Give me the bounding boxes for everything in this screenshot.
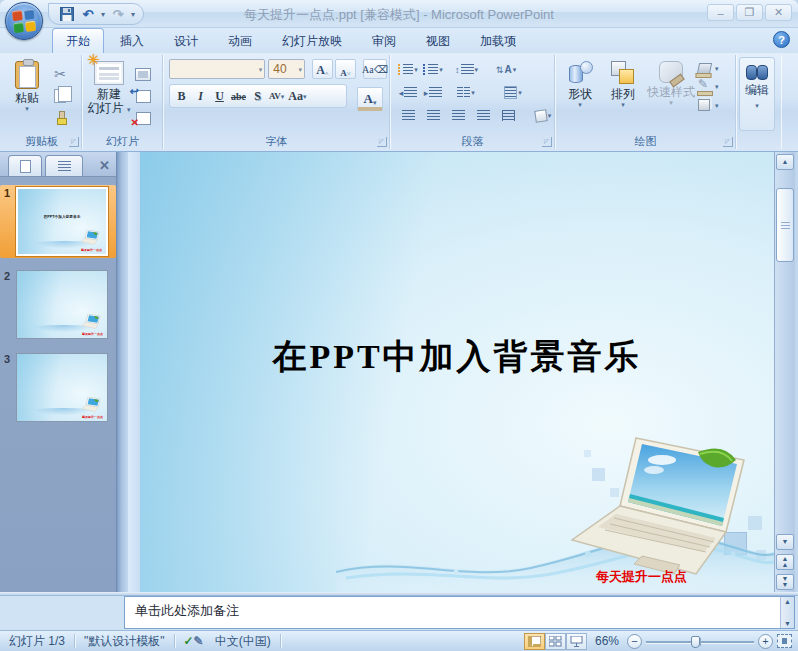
notes-placeholder[interactable]: 单击此处添加备注	[125, 597, 780, 628]
spellcheck-icon[interactable]: ✓✎	[175, 634, 213, 648]
normal-view-button[interactable]	[524, 633, 545, 650]
italic-button[interactable]: I	[191, 86, 210, 106]
fit-to-window-button[interactable]	[777, 634, 792, 648]
zoom-in-button[interactable]: +	[758, 634, 773, 649]
new-slide-button[interactable]: 新建 幻灯片 ▾	[85, 57, 133, 131]
arrange-button[interactable]: 排列 ▾	[602, 57, 644, 131]
font-name-combo[interactable]: ▾	[169, 59, 265, 79]
align-text-button[interactable]: ▾	[502, 83, 524, 102]
clear-formatting-button[interactable]: Aa⌫	[363, 59, 387, 79]
notes-pane[interactable]: 单击此处添加备注 ▲ ▼	[124, 596, 795, 629]
decrease-indent-button[interactable]: ◂	[397, 83, 419, 102]
numbering-button[interactable]: ▾	[422, 60, 444, 79]
grow-font-button[interactable]: A˄	[312, 59, 333, 79]
language-indicator[interactable]: 中文(中国)	[213, 633, 280, 650]
font-color-button[interactable]: A▾	[357, 87, 383, 111]
scroll-down-button[interactable]: ▼	[776, 534, 794, 550]
tab-view[interactable]: 视图	[412, 28, 464, 53]
tab-insert[interactable]: 插入	[106, 28, 158, 53]
quick-styles-button[interactable]: 快速样式 ▾	[644, 57, 698, 131]
increase-indent-button[interactable]: ▸	[422, 83, 444, 102]
character-spacing-button[interactable]: AV▾	[267, 86, 286, 106]
slide-delete-button[interactable]	[133, 109, 153, 128]
panel-close-icon[interactable]: ✕	[99, 158, 110, 173]
binoculars-icon	[746, 63, 768, 79]
thumbnail-panel-scrollbar[interactable]	[116, 152, 128, 592]
slide-layout-button[interactable]	[133, 65, 153, 84]
panel-splitter[interactable]	[128, 152, 140, 592]
format-painter-button[interactable]	[50, 109, 70, 128]
text-shadow-button[interactable]: S	[248, 86, 267, 106]
align-right-button[interactable]	[447, 106, 469, 125]
undo-button[interactable]: ↶	[80, 6, 96, 22]
slide-canvas[interactable]: 在PPT中加入背景音乐	[140, 152, 774, 592]
notes-scrollbar[interactable]: ▲ ▼	[780, 597, 794, 628]
office-button[interactable]	[5, 2, 43, 40]
bold-button[interactable]: B	[172, 86, 191, 106]
slide-thumbnail-1[interactable]: 1 在PPT中加入背景音乐 每天提升一点点	[0, 185, 116, 258]
save-button[interactable]	[59, 6, 75, 22]
smartart-button[interactable]: ▾	[532, 106, 554, 125]
shape-fill-button[interactable]: ▾	[698, 63, 719, 74]
bullets-button[interactable]: ▾	[397, 60, 419, 79]
slide-sorter-view-button[interactable]	[545, 633, 566, 650]
tab-design[interactable]: 设计	[160, 28, 212, 53]
shape-effects-button[interactable]: ▾	[698, 99, 719, 111]
change-case-button[interactable]: Aa▾	[286, 86, 308, 106]
tab-home[interactable]: 开始	[52, 28, 104, 53]
undo-dropdown-arrow-icon[interactable]: ▾	[101, 10, 105, 19]
maximize-button[interactable]: ❐	[736, 4, 763, 21]
help-button[interactable]: ?	[773, 31, 790, 48]
zoom-out-button[interactable]: −	[627, 634, 642, 649]
double-arrow-up-icon: ▲▲	[782, 556, 789, 568]
tab-review[interactable]: 审阅	[358, 28, 410, 53]
underline-button[interactable]: U	[210, 86, 229, 106]
tab-addins[interactable]: 加载项	[466, 28, 530, 53]
columns-button[interactable]: ▾	[455, 83, 477, 102]
distribute-button[interactable]	[497, 106, 519, 125]
text-direction-button[interactable]: ⇅A▾	[495, 60, 517, 79]
qat-customize-arrow-icon[interactable]: ▾	[131, 10, 135, 19]
tab-slideshow[interactable]: 幻灯片放映	[268, 28, 356, 53]
paste-button[interactable]: 粘贴 ▾	[4, 57, 50, 131]
align-center-button[interactable]	[422, 106, 444, 125]
scrollbar-thumb[interactable]	[776, 188, 794, 262]
theme-name[interactable]: "默认设计模板"	[75, 633, 174, 650]
previous-slide-button[interactable]: ▲▲	[776, 554, 794, 570]
redo-button[interactable]: ↷	[110, 6, 126, 22]
shrink-font-button[interactable]: A˅	[335, 59, 356, 79]
arrow-up-icon[interactable]: ▲	[784, 598, 791, 605]
slideshow-view-button[interactable]	[566, 633, 587, 650]
cut-button[interactable]: ✂	[50, 65, 70, 84]
copy-button[interactable]	[50, 87, 70, 106]
strikethrough-button[interactable]: abe	[229, 86, 248, 106]
editing-button[interactable]: 编辑 ▾	[739, 57, 775, 131]
zoom-level[interactable]: 66%	[591, 634, 623, 648]
zoom-slider-thumb[interactable]	[691, 636, 700, 648]
drawing-dialog-launcher[interactable]: ◿	[723, 137, 733, 147]
font-size-combo[interactable]: 40 ▾	[268, 59, 305, 79]
paragraph-dialog-launcher[interactable]: ◿	[542, 137, 552, 147]
scroll-up-button[interactable]: ▲	[776, 154, 794, 170]
vertical-scrollbar[interactable]: ▲ ▼ ▲▲ ▼▼	[774, 152, 795, 592]
align-left-button[interactable]	[397, 106, 419, 125]
font-dialog-launcher[interactable]: ◿	[377, 137, 387, 147]
justify-button[interactable]	[472, 106, 494, 125]
slide-thumbnail-2[interactable]: 2 每天提升一点点	[0, 268, 116, 341]
line-spacing-button[interactable]: ↕▾	[455, 60, 478, 79]
shapes-button[interactable]: 形状 ▾	[558, 57, 602, 131]
close-button[interactable]: ✕	[765, 4, 792, 21]
arrow-down-icon[interactable]: ▼	[784, 620, 791, 627]
shape-outline-button[interactable]: ▾	[698, 81, 719, 92]
ribbon: 粘贴 ▾ ✂ 剪贴板 ◿ 新建 幻灯片 ▾ 幻灯片	[0, 53, 798, 152]
tab-outline-view[interactable]	[45, 155, 83, 176]
tab-animations[interactable]: 动画	[214, 28, 266, 53]
slide-title-text[interactable]: 在PPT中加入背景音乐	[140, 334, 774, 380]
clipboard-dialog-launcher[interactable]: ◿	[69, 137, 79, 147]
tab-slides-view[interactable]	[8, 155, 42, 176]
zoom-slider[interactable]	[646, 634, 754, 649]
next-slide-button[interactable]: ▼▼	[776, 574, 794, 590]
minimize-button[interactable]: –	[707, 4, 734, 21]
slide-thumbnail-3[interactable]: 3 每天提升一点点	[0, 351, 116, 424]
slide-reset-button[interactable]	[133, 87, 153, 106]
